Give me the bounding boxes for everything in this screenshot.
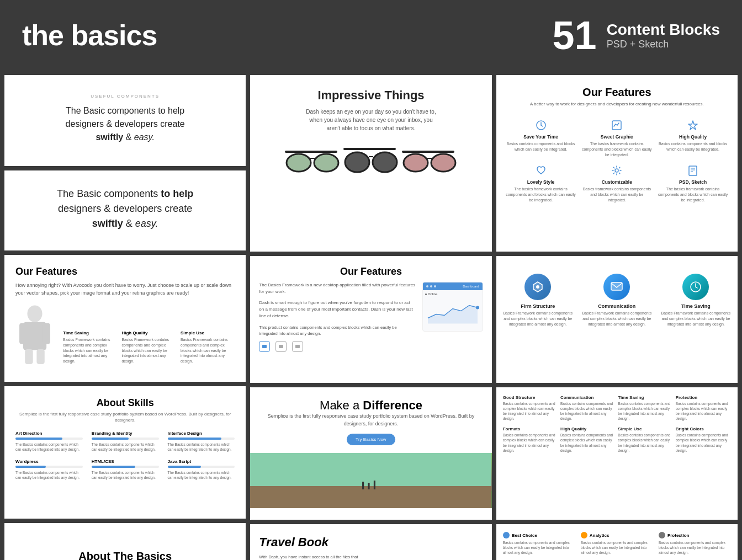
features-right-title: Our Features [582, 86, 651, 99]
card-icon-text-grid: Best Choice Basics contains components a… [496, 524, 738, 560]
svg-rect-10 [343, 148, 396, 150]
skill-interface: Interface Design The Basics contains com… [168, 431, 235, 452]
svg-point-16 [431, 154, 455, 172]
time-saving-icon [682, 274, 709, 300]
sunglasses-dark [343, 143, 399, 174]
card-our-features-top-right: Our Features A better way to work for de… [496, 75, 738, 252]
svg-point-7 [287, 154, 311, 172]
travel-desc: With Dash, you have instant access to al… [259, 554, 369, 560]
feature-simple-use: Simple Use Basics Framework contains com… [181, 330, 235, 364]
features-right-subtitle: A better way to work for designers and d… [530, 101, 704, 108]
table-row-2: FormatsBasics contains components and co… [503, 426, 731, 452]
about-title: About The Basics [78, 550, 172, 561]
sunglasses-row [285, 143, 457, 174]
difference-top: Make a Difference Semplice is the first … [250, 387, 491, 453]
card-useful-components: USEFUL COMPONENTS The Basic components t… [4, 75, 246, 166]
difference-desc: Semplice is the first fully responsive c… [261, 413, 480, 428]
skill-branding: Branding & Identity The Basics contains … [92, 431, 159, 452]
table-cell: Good StructureBasics contains components… [503, 395, 558, 421]
card-about-skills: About Skills Semplice is the first fully… [4, 386, 246, 519]
feature-lovely-style: Lovely Style The basics framework contai… [505, 164, 577, 202]
table-cell: High QualityBasics contains components a… [560, 426, 616, 452]
robot-svg [425, 553, 480, 560]
features-title: Our Features [15, 266, 77, 278]
card-text-only: The Basic components to helpdesigners & … [4, 170, 246, 250]
table-cell: FormatsBasics contains components and co… [503, 426, 558, 452]
travel-text: Travel Book With Dash, you have instant … [259, 535, 422, 560]
svg-point-0 [27, 305, 42, 322]
header-description: Content Blocks PSD + Sketch [607, 21, 720, 50]
skill-wordpress: Wordpress The Basics contains components… [15, 459, 83, 480]
sunglasses-red [402, 146, 457, 174]
dashboard-chart [425, 297, 480, 325]
svg-rect-24 [250, 486, 491, 508]
svg-rect-4 [25, 349, 33, 364]
svg-point-44 [615, 169, 618, 172]
page-title: the basics [22, 19, 157, 52]
feature-high-quality: High Quality Basics Framework contains c… [121, 330, 176, 364]
card-label: USEFUL COMPONENTS [91, 94, 160, 99]
person-silhouette [15, 303, 54, 364]
feature-time-saving-right: Time Saving Basics Framework contains co… [661, 274, 731, 327]
travel-title: Travel Book [259, 535, 422, 550]
table-cell: ProtectionBasics contains components and… [676, 395, 731, 421]
skills-grid: Art Direction The Basics contains compon… [15, 431, 235, 479]
icon-text-grid: Best Choice Basics contains components a… [503, 532, 731, 560]
svg-rect-6 [285, 151, 337, 153]
svg-rect-45 [689, 166, 697, 175]
format-label: PSD + Sketch [607, 39, 720, 50]
card-icons-mid-right: Firm Structure Basics Framework contains… [496, 256, 738, 383]
skills-subtitle: Semplice is the first fully responsive c… [15, 411, 235, 423]
skills-title: About Skills [97, 397, 154, 409]
col-best-choice: Best Choice Basics contains components a… [503, 532, 575, 555]
cards-grid: USEFUL COMPONENTS The Basic components t… [0, 71, 742, 560]
feature-high-quality: High Quality Basics contains components … [657, 119, 729, 157]
try-basics-button[interactable]: Try Basics Now [347, 434, 395, 445]
card-our-features-mid: Our Features The Basics Framework is a n… [250, 256, 491, 383]
table-cell: Time SavingBasics contains components an… [618, 395, 673, 421]
card-make-difference: Make a Difference Semplice is the first … [250, 387, 491, 520]
svg-point-19 [476, 306, 479, 310]
features-icons-grid: Save Your Time Basics contains component… [505, 119, 729, 203]
feature-time-saving: Time Saving Basics Framework contains co… [63, 330, 117, 364]
svg-rect-51 [611, 282, 622, 290]
analytics-icon [581, 532, 587, 538]
header: the basics 51 Content Blocks PSD + Sketc… [0, 0, 742, 71]
svg-point-12 [373, 152, 397, 172]
feature-firm-structure: Firm Structure Basics Framework contains… [503, 274, 573, 327]
table-cell: Simple UseBasics contains components and… [618, 426, 673, 452]
dashboard-preview: Dashboard ● Online [422, 282, 483, 332]
svg-rect-26 [368, 483, 370, 489]
feature-save-time: Save Your Time Basics contains component… [505, 119, 577, 157]
skill-htmlcss: HTML/CSS The Basics contains components … [92, 459, 159, 480]
table-cell: CommunicationBasics contains components … [560, 395, 616, 421]
features-person-area: Time Saving Basics Framework contains co… [15, 303, 235, 364]
svg-rect-27 [374, 481, 375, 489]
impressive-title: Impressive Things [317, 86, 424, 104]
svg-point-50 [536, 285, 539, 289]
communication-icon [603, 274, 630, 300]
features-mid-layout: The Basics Framework is a new desktop ap… [259, 282, 483, 352]
content-label: Content Blocks [607, 21, 720, 39]
best-choice-icon [503, 532, 510, 538]
card-about-the-basics: About The Basics [4, 523, 246, 560]
feature-customizable: Customizable Basics framework contains c… [581, 164, 653, 202]
skill-javascript: Java Script The Basics contains componen… [168, 459, 235, 480]
features-mid-title: Our Features [340, 266, 402, 278]
svg-rect-14 [402, 151, 454, 153]
robot-figure [422, 535, 483, 560]
card-table-right: Good StructureBasics contains components… [496, 387, 738, 520]
landscape-svg [250, 453, 491, 508]
skill-art-direction: Art Direction The Basics contains compon… [15, 431, 83, 452]
card-heading-2: The Basic components to helpdesigners & … [57, 186, 193, 231]
feature-communication: Communication Basics Framework contains … [582, 274, 652, 327]
impressive-desc: Dash keeps an eye on your day so you don… [306, 108, 436, 132]
features-mid-text: The Basics Framework is a new desktop ap… [259, 282, 415, 352]
card-our-features-left: Our Features How annoying right? With Av… [4, 255, 246, 382]
landscape-image [250, 453, 491, 508]
svg-rect-3 [43, 323, 50, 344]
firm-structure-icon [524, 274, 551, 300]
features-list: Time Saving Basics Framework contains co… [63, 330, 235, 364]
sunglasses-green [285, 146, 340, 174]
svg-point-15 [404, 154, 428, 172]
